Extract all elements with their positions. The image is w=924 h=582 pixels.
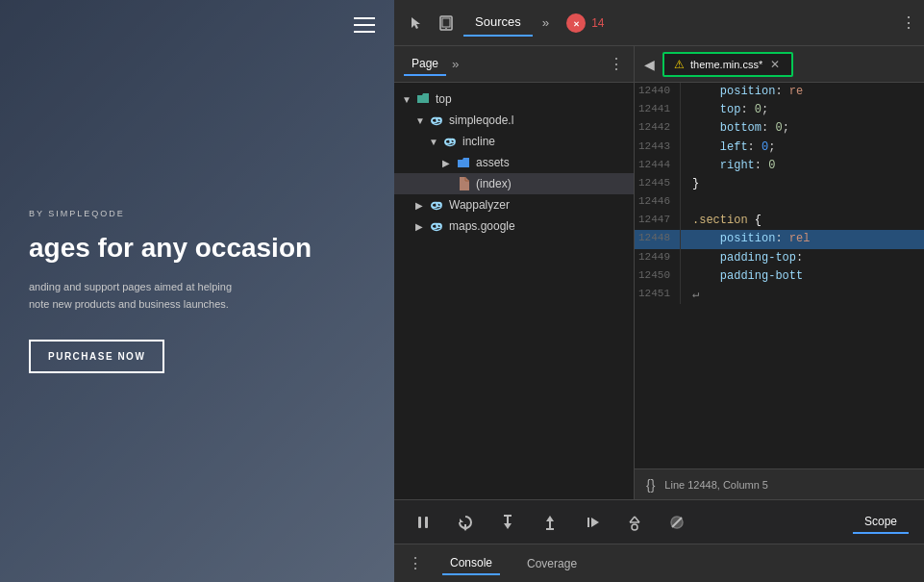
line-content: right: 0 bbox=[681, 157, 775, 175]
code-line: 12447 .section { bbox=[635, 212, 924, 230]
devtools-menu-button[interactable]: ⋮ bbox=[901, 13, 916, 32]
cursor-tool-button[interactable] bbox=[402, 10, 429, 37]
list-item[interactable]: ▶ assets bbox=[394, 152, 634, 173]
hamburger-line bbox=[354, 17, 375, 19]
arrow-icon: ▼ bbox=[402, 94, 415, 105]
list-item[interactable]: ▼ top bbox=[394, 89, 634, 110]
by-label: BY SIMPLEQODE bbox=[29, 209, 365, 218]
svg-point-10 bbox=[450, 139, 455, 143]
code-line: 12451 ↵ bbox=[635, 286, 924, 304]
step-into-icon bbox=[499, 514, 516, 531]
code-line: 12444 right: 0 bbox=[635, 157, 924, 175]
line-content: ↵ bbox=[681, 286, 699, 304]
back-navigation-button[interactable]: ◀ bbox=[638, 51, 661, 78]
hamburger-icon bbox=[354, 17, 375, 33]
tree-item-label: maps.google bbox=[449, 219, 515, 233]
close-tab-button[interactable]: ✕ bbox=[768, 58, 782, 71]
console-tab[interactable]: Console bbox=[442, 552, 500, 575]
step-over-button[interactable] bbox=[452, 509, 479, 536]
code-line: 12441 top: 0; bbox=[635, 101, 924, 119]
list-item[interactable]: ▶ Wappalyzer bbox=[394, 194, 634, 215]
file-tree-panel: Page » ⋮ ▼ top ▼ bbox=[394, 46, 635, 499]
tree-item-label: Wappalyzer bbox=[449, 198, 510, 212]
list-item[interactable]: ▶ maps.google bbox=[394, 215, 634, 237]
file-tree-content: ▼ top ▼ simpleqode.l bbox=[394, 83, 634, 499]
deactivate-breakpoints-button[interactable] bbox=[663, 509, 690, 536]
step-out-button[interactable] bbox=[537, 509, 563, 536]
devtools-toolbar: Sources » ✕ 14 ⋮ bbox=[394, 0, 924, 46]
more-panels-button[interactable]: » bbox=[452, 57, 459, 71]
svg-marker-19 bbox=[460, 519, 463, 522]
tree-item-label: incline bbox=[462, 135, 495, 148]
error-count: 14 bbox=[591, 16, 604, 30]
devtools-panel: Sources » ✕ 14 ⋮ Page » ⋮ ▼ bbox=[394, 0, 924, 582]
code-content: 12440 position: re 12441 top: 0; 12442 b… bbox=[635, 83, 924, 468]
svg-rect-1 bbox=[442, 18, 450, 27]
cloud-icon bbox=[442, 134, 458, 149]
cloud-icon bbox=[429, 113, 444, 128]
svg-point-7 bbox=[437, 118, 441, 122]
code-line: 12440 position: re bbox=[635, 83, 924, 101]
svg-line-30 bbox=[630, 517, 635, 522]
line-number: 12443 bbox=[635, 139, 681, 157]
code-editor-panel: ◀ ⚠ theme.min.css* ✕ 12440 position: re … bbox=[635, 46, 924, 499]
warning-icon: ⚠ bbox=[674, 58, 685, 71]
record-icon bbox=[626, 514, 643, 531]
code-line: 12443 left: 0; bbox=[635, 139, 924, 157]
tree-item-label: (index) bbox=[476, 177, 512, 190]
continue-button[interactable] bbox=[579, 509, 606, 536]
pause-icon bbox=[414, 514, 432, 531]
cloud-icon bbox=[429, 218, 444, 234]
line-content bbox=[681, 193, 692, 212]
step-into-button[interactable] bbox=[494, 509, 521, 536]
device-tool-button[interactable] bbox=[433, 10, 460, 37]
error-icon: ✕ bbox=[570, 17, 582, 29]
file-icon bbox=[456, 176, 471, 191]
line-number: 12440 bbox=[635, 83, 681, 101]
list-item[interactable]: (index) bbox=[394, 173, 634, 194]
line-content: left: 0; bbox=[681, 139, 775, 157]
line-number: 12445 bbox=[635, 175, 681, 193]
code-editor-tabs: ◀ ⚠ theme.min.css* ✕ bbox=[635, 46, 924, 83]
code-line: 12449 padding-top: bbox=[635, 249, 924, 267]
cursor-icon bbox=[408, 15, 423, 31]
line-number: 12446 bbox=[635, 193, 681, 212]
website-preview: BY SIMPLEQODE ages for any occasion andi… bbox=[0, 0, 394, 582]
css-file-tab[interactable]: ⚠ theme.min.css* ✕ bbox=[662, 52, 793, 77]
sources-tab[interactable]: Sources bbox=[463, 9, 533, 37]
line-number: 12449 bbox=[635, 249, 681, 267]
sub-text: anding and support pages aimed at helpin… bbox=[29, 279, 240, 313]
svg-text:✕: ✕ bbox=[573, 19, 580, 28]
scope-tab[interactable]: Scope bbox=[853, 511, 909, 534]
line-number: 12450 bbox=[635, 267, 681, 286]
line-content: padding-top: bbox=[681, 249, 803, 267]
file-tree-menu-button[interactable]: ⋮ bbox=[609, 55, 624, 73]
svg-marker-29 bbox=[591, 518, 599, 527]
cloud-icon bbox=[429, 197, 444, 213]
arrow-icon: ▶ bbox=[442, 158, 456, 168]
pause-button[interactable] bbox=[410, 509, 437, 536]
svg-point-13 bbox=[437, 203, 441, 207]
line-content: bottom: 0; bbox=[681, 119, 789, 138]
error-badge: ✕ bbox=[566, 13, 586, 33]
coverage-tab[interactable]: Coverage bbox=[519, 553, 585, 574]
page-tab[interactable]: Page bbox=[404, 53, 446, 76]
svg-rect-18 bbox=[425, 517, 428, 528]
svg-marker-21 bbox=[462, 527, 468, 531]
list-item[interactable]: ▼ incline bbox=[394, 131, 634, 152]
svg-marker-26 bbox=[546, 516, 554, 521]
device-icon bbox=[438, 15, 454, 31]
record-button[interactable] bbox=[621, 509, 648, 536]
step-over-icon bbox=[457, 514, 474, 531]
code-line: 12442 bottom: 0; bbox=[635, 119, 924, 138]
braces-icon: {} bbox=[646, 477, 655, 493]
purchase-button[interactable]: PURCHASE NOW bbox=[29, 340, 164, 373]
more-tabs-button[interactable]: » bbox=[537, 12, 555, 34]
devtools-main: Page » ⋮ ▼ top ▼ bbox=[394, 46, 924, 499]
list-item[interactable]: ▼ simpleqode.l bbox=[394, 110, 634, 131]
svg-point-16 bbox=[437, 224, 441, 228]
line-number: 12442 bbox=[635, 119, 681, 138]
line-content: top: 0; bbox=[681, 101, 768, 119]
console-menu-button[interactable]: ⋮ bbox=[408, 554, 423, 572]
folder-blue-icon bbox=[456, 155, 471, 170]
